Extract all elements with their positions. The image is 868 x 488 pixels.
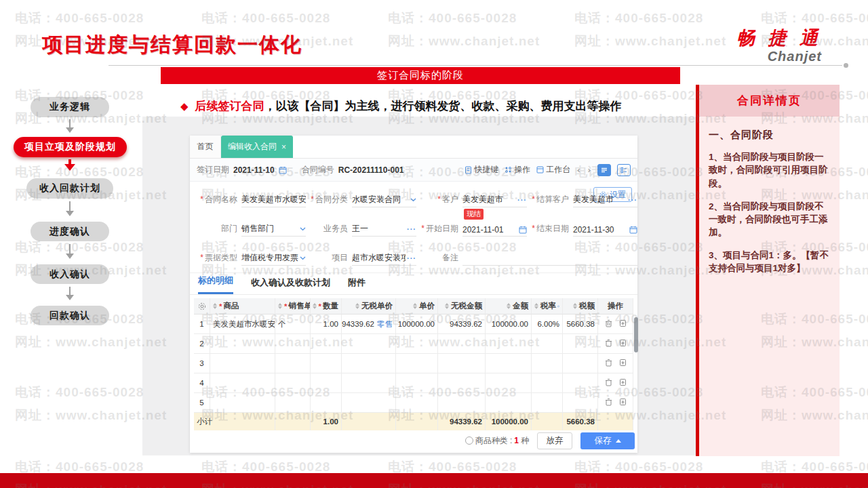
flow-node-progress-confirm[interactable]: 进度确认 xyxy=(31,222,109,241)
next-arrow[interactable]: › xyxy=(587,165,591,175)
table-row: 1 美发美超市水暖安装 个 1.00 94339.62零售 100000.00 … xyxy=(194,314,633,334)
header-price[interactable]: 单价 xyxy=(396,298,438,314)
copy-row-icon[interactable] xyxy=(619,398,627,407)
header-net-amount[interactable]: 无税金额 xyxy=(438,298,486,314)
delete-row-icon[interactable] xyxy=(605,398,612,407)
tab-edit-contract[interactable]: 编辑收入合同 × xyxy=(221,136,293,158)
more-icon[interactable]: ··· xyxy=(407,225,416,233)
tab-income-plan[interactable]: 收入确认及收款计划 xyxy=(251,277,330,294)
watermark-phone: 电话：400-665-0028 xyxy=(15,384,144,401)
header-quantity[interactable]: *数量 xyxy=(311,298,342,314)
page-title: 项目进度与结算回款一体化 xyxy=(42,31,302,59)
copy-row-icon[interactable] xyxy=(619,378,627,388)
cell-net-price[interactable]: 94339.62零售 xyxy=(342,314,396,334)
cell-product[interactable]: 美发美超市水暖安装 xyxy=(210,314,275,334)
tab-close-icon[interactable]: × xyxy=(281,142,286,152)
copy-row-icon[interactable] xyxy=(619,319,627,329)
cancel-button[interactable]: 放弃 xyxy=(537,432,572,449)
copy-row-icon[interactable] xyxy=(619,339,627,348)
header-sales-unit[interactable]: *销售单位 xyxy=(275,298,311,314)
header-amount[interactable]: 金额 xyxy=(486,298,532,314)
more-icon[interactable]: ··· xyxy=(407,254,416,262)
card-view-toggle[interactable] xyxy=(617,164,631,176)
calendar-icon[interactable] xyxy=(519,226,527,234)
vertical-scrollbar[interactable] xyxy=(634,317,638,352)
department-select[interactable]: 销售部门 xyxy=(241,223,306,237)
delete-row-icon[interactable] xyxy=(605,378,612,388)
required-mark: * xyxy=(437,195,441,204)
watermark-phone: 电话：400-665-0028 xyxy=(15,9,144,27)
tab-home[interactable]: 首页 xyxy=(190,136,221,158)
field-department: 部门 销售部门 xyxy=(195,220,306,237)
flow-node-income-confirm[interactable]: 收入确认 xyxy=(31,264,109,284)
customer-input[interactable]: 美发美超市··· xyxy=(462,194,527,207)
retail-price-link[interactable]: 零售 xyxy=(377,319,393,329)
remark-input[interactable] xyxy=(462,264,637,266)
watermark-phone: 电话：400-665-0028 xyxy=(761,9,868,27)
chevron-down-icon[interactable] xyxy=(300,227,306,231)
header-product[interactable]: *商品 xyxy=(210,298,275,314)
cell-tax[interactable]: 5660.38 xyxy=(563,314,598,334)
circle-icon xyxy=(465,436,473,445)
subtotal-tax: 5660.38 xyxy=(563,413,598,430)
required-mark: * xyxy=(421,224,425,233)
more-icon[interactable]: ··· xyxy=(628,196,637,204)
cell-tax-rate[interactable]: 6.00% xyxy=(532,314,563,334)
cell-price[interactable]: 100000.00 xyxy=(396,314,438,334)
header-net-price[interactable]: 无税单价 xyxy=(342,298,396,314)
contract-name-input[interactable]: 美发美超市水暖安装合同 xyxy=(241,194,306,207)
required-mark: * xyxy=(311,195,314,204)
tab-subject-detail[interactable]: 标的明细 xyxy=(198,274,233,294)
form-row-3: *票据类型 增值税专用发票 项目 超市水暖安装项目··· 备注 xyxy=(195,249,637,266)
end-date-input[interactable]: 2021-11-30 xyxy=(573,225,637,237)
save-button[interactable]: 保存 xyxy=(580,432,635,449)
copy-row-icon[interactable] xyxy=(619,359,627,368)
chevron-down-icon[interactable] xyxy=(410,198,416,202)
table-row-empty: 5 xyxy=(194,393,633,413)
watermark-phone: 电话：400-665-0028 xyxy=(201,9,330,27)
header-tax[interactable]: 税额 xyxy=(563,298,598,314)
field-contract-name: *合同名称 美发美超市水暖安装合同 xyxy=(195,191,306,207)
cell-quantity[interactable]: 1.00 xyxy=(311,314,342,334)
calendar-icon[interactable] xyxy=(279,166,287,174)
toolbar-right: 快捷键 操作 工作台 ‹ › xyxy=(465,164,631,176)
subtotal-row: 小计 1.00 94339.62 100000.00 5660.38 xyxy=(194,413,633,430)
more-icon[interactable]: ··· xyxy=(517,196,527,204)
sign-date-label: 签订日期 xyxy=(197,164,229,176)
cell-amount[interactable]: 100000.00 xyxy=(486,314,532,334)
header-tax-rate[interactable]: 税率 xyxy=(532,298,563,314)
watermark-web: 网址：www.chanjet.net xyxy=(574,33,726,50)
header-divider xyxy=(108,65,842,66)
prev-arrow[interactable]: ‹ xyxy=(576,165,580,175)
tab-attachment[interactable]: 附件 xyxy=(348,277,366,294)
workbench-button[interactable]: 工作台 xyxy=(536,164,570,176)
operations-button[interactable]: 操作 xyxy=(505,164,530,176)
delete-row-icon[interactable] xyxy=(605,339,612,348)
cell-unit[interactable]: 个 xyxy=(275,314,311,334)
column-settings-gear-icon[interactable] xyxy=(194,298,210,314)
list-view-toggle[interactable] xyxy=(597,164,611,176)
flow-node-income-plan[interactable]: 收入回款计划 xyxy=(26,178,113,199)
field-invoice-type: *票据类型 增值税专用发票 xyxy=(195,249,306,266)
project-input[interactable]: 超市水暖安装项目··· xyxy=(352,252,416,266)
invoice-type-select[interactable]: 增值税专用发票 xyxy=(241,252,306,266)
delete-row-icon[interactable] xyxy=(605,359,612,368)
flow-node-project-setup[interactable]: 项目立项及阶段规划 xyxy=(14,137,127,157)
row-index: 2 xyxy=(194,334,210,354)
flow-node-business-logic[interactable]: 业务逻辑 xyxy=(31,97,109,117)
app-footer: 商品种类 : 1 种 放弃 保存 xyxy=(190,431,637,453)
salesperson-input[interactable]: 王一··· xyxy=(352,223,416,237)
shortcut-keys-button[interactable]: 快捷键 xyxy=(465,164,498,176)
delete-row-icon[interactable] xyxy=(605,319,612,329)
chevron-down-icon[interactable] xyxy=(300,256,306,260)
notes-panel: 合同详情页 一、合同阶段 1、当合同阶段与项目阶段一致时，合同阶段可引用项目阶段… xyxy=(696,85,840,456)
cell-net-amount[interactable]: 94339.62 xyxy=(438,314,486,334)
flow-arrow xyxy=(69,201,71,215)
settlement-customer-input[interactable]: 美发美超市··· xyxy=(573,194,637,207)
flow-node-payment-confirm[interactable]: 回款确认 xyxy=(31,306,109,325)
contract-category-select[interactable]: 水暖安装合同 xyxy=(352,194,416,207)
start-date-input[interactable]: 2021-11-01 xyxy=(462,225,527,237)
bullet-line: ◆ 后续签订合同 ，以该【合同】为主线，进行领料发货、收款、采购、费用支出等操作 xyxy=(180,98,622,114)
watermark-phone: 电话：400-665-0028 xyxy=(574,9,703,27)
calendar-icon[interactable] xyxy=(629,226,637,234)
